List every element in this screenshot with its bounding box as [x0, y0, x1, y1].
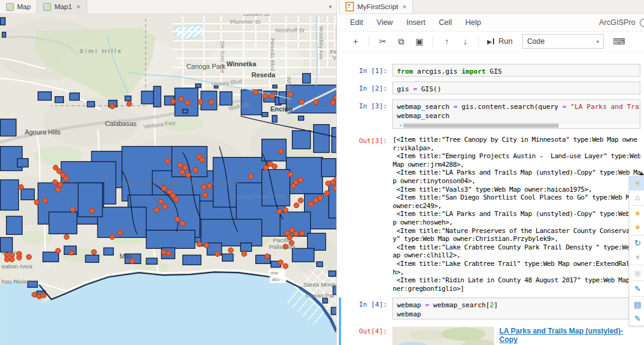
star-icon[interactable]: ★: [629, 206, 644, 220]
edit2-icon[interactable]: ✎: [629, 312, 644, 326]
map-label: eation Area: [2, 263, 33, 270]
tab-map1-label: Map1: [54, 3, 72, 10]
report-icon[interactable]: ▤: [629, 298, 644, 312]
toolbar-separator: [631, 296, 644, 297]
scrollbar-thumb[interactable]: [403, 124, 559, 128]
floating-toolbar: ☀⌂★★↻×▣✎▤✎: [629, 176, 644, 326]
scroll-left-icon[interactable]: ◄: [397, 121, 403, 129]
notebook-menubar: EditViewInsertCellHelp ArcGISPro: [339, 14, 644, 32]
code-input[interactable]: webmap = webmap_search[2]webmap: [392, 298, 640, 319]
map-label: atio: [272, 277, 280, 282]
menu-cell[interactable]: Cell: [439, 18, 461, 27]
notebook-panel: MyFirstScript × EditViewInsertCellHelp A…: [339, 0, 644, 345]
map-label: Topanga State Park: [232, 193, 285, 200]
tab-myfirstscript[interactable]: MyFirstScript ×: [339, 0, 413, 13]
toolbar-separator: [631, 281, 644, 281]
run-label: Run: [498, 37, 512, 46]
cell-prompt: In [1]:: [339, 64, 392, 77]
code-input[interactable]: webmap_search = gis.content.search(query…: [392, 99, 640, 129]
chevron-down-icon: ▾: [596, 39, 599, 44]
paste-cells-button[interactable]: ▣: [411, 35, 427, 48]
tab-map1[interactable]: Map1 ×: [37, 0, 87, 13]
code-cell: In [3]:webmap_search = gis.content.searc…: [339, 99, 640, 129]
output-cell: Out[3]:[<Item title:"Tree Canopy by City…: [339, 134, 640, 293]
scroll-arrow-icon[interactable]: [639, 172, 644, 175]
toolbar-separator: [433, 36, 433, 47]
map-label: Nordhoff St: [275, 27, 305, 33]
map-label: Reseda: [252, 71, 276, 78]
kernel-indicator: ArcGISPro: [599, 18, 644, 27]
cell-prompt: In [4]:: [341, 298, 392, 319]
map-view[interactable]: Lassen StPlummer StNordhoff StDe Soto Av…: [0, 14, 336, 345]
map-label: Winnetka: [227, 60, 257, 68]
notebook-cells: In [1]:from arcgis.gis import GISIn [2]:…: [339, 52, 644, 345]
map-label: Reseda Blvd: [269, 38, 276, 71]
webmap-thumbnail[interactable]: [392, 327, 494, 345]
run-button[interactable]: ▶Run: [483, 37, 516, 46]
cell-prompt: Out[3]:: [339, 134, 392, 293]
command-palette-button[interactable]: ⌨: [611, 35, 627, 48]
close-icon[interactable]: ×: [629, 250, 644, 264]
cell-prompt: Out[4]:: [341, 324, 392, 345]
map-label: Agoura Hills: [24, 128, 61, 136]
tab-map[interactable]: Map: [0, 0, 37, 13]
map-label: Calabasas: [105, 120, 136, 127]
sun-icon[interactable]: ☀: [629, 176, 644, 190]
map-label: Santa Monica: [303, 281, 337, 288]
map-label: Ocean Par: [306, 292, 335, 299]
paste-icon[interactable]: ▣: [629, 266, 644, 280]
map-label: Va: [333, 54, 337, 61]
code-input[interactable]: gis = GIS(): [392, 82, 640, 94]
notebook-tabbar: MyFirstScript ×: [339, 0, 644, 14]
code-input[interactable]: from arcgis.gis import GIS: [392, 64, 640, 77]
run-icon: ▶: [487, 38, 492, 45]
star2-icon[interactable]: ★: [629, 220, 644, 234]
map-label: ta Mo: [2, 249, 17, 256]
menu-edit[interactable]: Edit: [350, 18, 372, 27]
cell-prompt: In [2]:: [339, 82, 392, 94]
kernel-status-icon: [640, 19, 644, 27]
tab-map-label: Map: [17, 3, 30, 10]
map-label: Simi Hills: [79, 47, 122, 54]
map-panel: Map Map1 × ▾: [0, 0, 336, 345]
run-bar-icon: [493, 38, 494, 44]
refresh-icon[interactable]: ↻: [629, 236, 644, 250]
menu-view[interactable]: View: [377, 18, 402, 27]
toolbar-separator: [478, 36, 479, 47]
code-cell: In [4]:webmap = webmap_search[2]webmap: [341, 298, 640, 319]
code-cell: In [2]:gis = GIS(): [339, 82, 640, 94]
close-icon[interactable]: ×: [403, 3, 406, 10]
menu-help[interactable]: Help: [465, 18, 490, 27]
app-window: Map Map1 × ▾: [0, 0, 644, 345]
output-text: [<Item title:"Tree Canopy by City in Min…: [392, 134, 640, 293]
map-label: hou Riviera: [2, 278, 33, 285]
map-label: Lassen St: [244, 14, 269, 17]
webmap-item-link[interactable]: LA Parks and Trails Map (unstyled)-Copy: [499, 327, 640, 344]
selected-cell-group: In [4]:webmap = webmap_search[2]webmapOu…: [339, 298, 640, 345]
home-icon[interactable]: ⌂: [629, 190, 644, 204]
copy-cells-button[interactable]: ⧉: [393, 35, 409, 48]
map-label: Pacific: [273, 237, 291, 243]
menu-insert[interactable]: Insert: [406, 18, 434, 27]
toolbar-separator: [631, 205, 644, 206]
cell-type-value: Code: [527, 37, 545, 46]
map-label: Plummer St: [230, 18, 261, 25]
horizontal-scrollbar[interactable]: ◄: [397, 122, 640, 128]
kernel-name: ArcGISPro: [599, 18, 635, 27]
add-cell-button[interactable]: +: [347, 35, 363, 48]
map-label: ntai: [271, 270, 278, 276]
code-cell: In [1]:from arcgis.gis import GIS: [339, 64, 640, 77]
edit-icon[interactable]: ✎: [629, 282, 644, 296]
cell-type-select[interactable]: Code▾: [522, 34, 604, 49]
close-icon[interactable]: ×: [76, 3, 80, 10]
map-label: Palisades: [269, 243, 295, 250]
move-down-button[interactable]: ↓: [457, 35, 473, 48]
move-up-button[interactable]: ↑: [439, 35, 455, 48]
notebook-icon: [345, 2, 354, 12]
toolbar-separator: [369, 36, 369, 47]
chevron-down-icon[interactable]: ▾: [324, 4, 337, 10]
cut-cells-button[interactable]: ✂: [375, 35, 391, 48]
notebook-menu: EditViewInsertCellHelp: [350, 18, 494, 27]
map-label: Woodley Ave: [318, 26, 325, 60]
map-label: Canoga Park: [186, 63, 226, 70]
